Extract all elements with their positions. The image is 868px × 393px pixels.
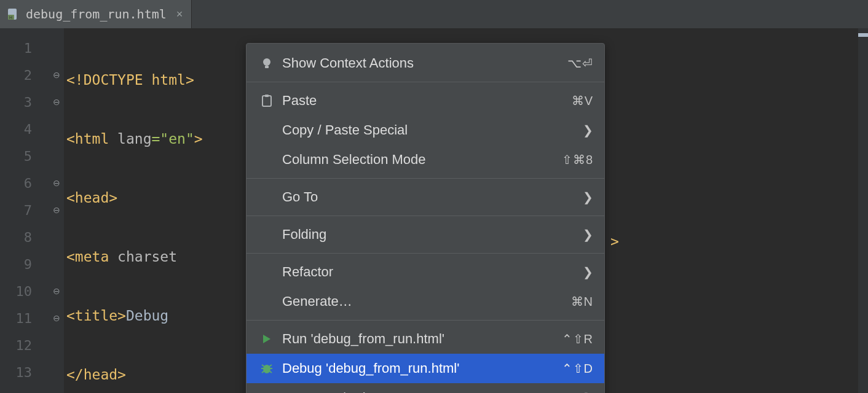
blank-icon [258,225,276,244]
svg-rect-4 [265,66,269,68]
tab-filename: debug_from_run.html [26,7,167,21]
svg-text:H: H [9,15,12,20]
menu-label: Show Context Actions [280,55,567,71]
fold-marker [49,224,64,251]
fold-marker [49,34,64,61]
line-number: 7 [0,196,49,224]
blank-icon [258,263,276,281]
menu-separator [247,320,604,321]
line-number: 12 [0,332,49,359]
menu-show-context-actions[interactable]: Show Context Actions ⌥⏎ [247,49,604,78]
menu-shortcut: ⇧⌘8 [562,152,593,167]
blank-icon [258,121,276,139]
fold-marker[interactable]: ⊖ [49,305,64,332]
menu-refactor[interactable]: Refactor ❯ [247,257,604,287]
fold-marker [49,115,64,142]
menu-label: Paste [280,93,572,109]
menu-folding[interactable]: Folding ❯ [247,220,604,249]
svg-line-12 [262,371,264,373]
line-number: 6 [0,169,49,196]
svg-line-13 [269,371,272,373]
play-icon [258,330,276,348]
menu-copy-paste-special[interactable]: Copy / Paste Special ❯ [247,115,604,145]
marker[interactable] [858,33,868,37]
svg-line-11 [269,365,272,367]
menu-label: Generate… [280,294,571,309]
line-number: 9 [0,251,49,278]
line-number: 2 [0,61,49,88]
code-token: </head> [66,367,126,383]
code-token-peek: > [610,233,619,249]
fold-marker[interactable]: ⊖ [49,196,64,224]
code-token: = [152,131,160,147]
menu-separator [247,82,604,82]
menu-column-selection[interactable]: Column Selection Mode ⇧⌘8 [247,145,604,174]
menu-shortcut: ⌘N [571,294,593,309]
code-token: <title> [66,308,126,324]
fold-marker [49,332,64,359]
svg-point-3 [263,58,270,66]
line-number: 13 [0,359,49,386]
menu-run[interactable]: Run 'debug_from_run.html' ⌃⇧R [247,324,604,354]
menu-label: Debug 'debug_from_run.html' [280,360,562,376]
code-token: html [143,72,186,88]
blank-icon [258,389,276,393]
line-number: 5 [0,142,49,169]
chevron-right-icon: ❯ [583,391,593,393]
menu-debug[interactable]: Debug 'debug_from_run.html' ⌃⇧D [247,354,604,383]
fold-marker[interactable]: ⊖ [49,61,64,88]
code-token: > [186,72,194,88]
menu-label: Folding [280,227,583,243]
code-token: lang [109,131,151,147]
menu-label: Column Selection Mode [280,152,562,168]
chevron-right-icon: ❯ [583,123,593,138]
clipboard-icon [258,91,276,110]
bug-icon [258,359,276,378]
marker-strip [858,28,868,393]
menu-label: Copy / Paste Special [280,122,583,138]
svg-line-10 [262,365,264,367]
line-number: 1 [0,34,49,61]
chevron-right-icon: ❯ [583,190,593,204]
line-number: 10 [0,278,49,305]
menu-go-to[interactable]: Go To ❯ [247,182,604,212]
svg-rect-6 [265,95,269,97]
line-number: 3 [0,88,49,115]
menu-generate[interactable]: Generate… ⌘N [247,287,604,316]
fold-marker [49,359,64,386]
code-token: > [194,131,203,147]
fold-marker[interactable]: ⊖ [49,88,64,115]
lightbulb-icon [258,54,276,72]
menu-separator [247,178,604,179]
menu-shortcut: ⌃⇧R [562,332,593,346]
menu-shortcut: ⌥⏎ [567,56,593,71]
code-token: <html [66,131,109,147]
chevron-right-icon: ❯ [583,265,593,279]
menu-label: Go To [280,189,583,205]
code-token: charset [109,249,177,265]
code-token: "en" [160,131,194,147]
menu-label: Run 'debug_from_run.html' [280,331,562,347]
fold-marker[interactable]: ⊖ [49,169,64,196]
svg-rect-5 [262,96,271,106]
blank-icon [258,150,276,169]
fold-marker [49,251,64,278]
line-number: 11 [0,305,49,332]
close-icon[interactable]: × [176,8,183,21]
code-token: <meta [66,249,109,265]
menu-label: More Run/Debug [280,390,583,393]
fold-marker [49,142,64,169]
menu-shortcut: ⌘V [572,93,593,108]
blank-icon [258,188,276,206]
line-number: 4 [0,115,49,142]
menu-paste[interactable]: Paste ⌘V [247,86,604,115]
menu-more-run-debug[interactable]: More Run/Debug ❯ [247,383,604,393]
editor-tab[interactable]: H debug_from_run.html × [0,0,192,28]
code-token: <head> [66,190,117,206]
code-token: <!DOCTYPE [66,72,143,88]
fold-marker[interactable]: ⊖ [49,278,64,305]
blank-icon [258,292,276,311]
line-number: 8 [0,224,49,251]
menu-separator [247,253,604,254]
fold-gutter: ⊖ ⊖ ⊖ ⊖ ⊖ ⊖ [49,28,64,393]
